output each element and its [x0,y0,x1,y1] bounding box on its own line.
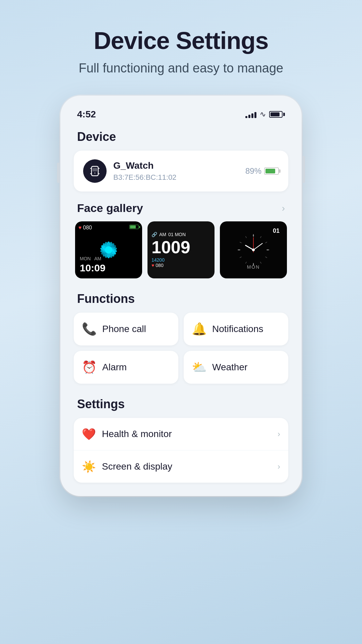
weather-icon: ⛅ [192,360,207,374]
notifications-icon: 🔔 [192,322,207,336]
signal-bar-1 [245,116,247,118]
watch-face-flower[interactable]: ♥ 080 [75,221,142,278]
wf2-inner: 🔗 AM 01 MON 10 09 14200 ♥ 080 [147,221,215,278]
screen-display-label: Screen & display [102,461,172,472]
alarm-icon: ⏰ [82,360,97,374]
svg-line-28 [246,236,247,238]
svg-line-22 [260,262,261,264]
battery-icon [269,111,285,118]
wf2-steps: 14200 [152,257,210,263]
wf1-heart-value: 080 [83,225,92,231]
device-section-title: Device [74,126,288,151]
face-gallery-chevron-icon: › [282,203,285,214]
battery-indicator [264,167,279,175]
settings-screen-left: ☀️ Screen & display [82,460,172,473]
signal-bar-4 [254,112,256,118]
wf1-heart-icon: ♥ [78,225,82,231]
weather-label: Weather [212,362,247,373]
wf1-top-left: ♥ 080 [78,225,92,231]
health-monitor-icon: ❤️ [82,427,96,441]
svg-line-33 [246,246,253,250]
device-battery: 89% [245,166,279,176]
wf1-battery-icon [129,225,139,229]
watch-faces-container: ♥ 080 [74,221,288,278]
notifications-label: Notifications [212,324,263,334]
phone-call-label: Phone call [102,324,146,334]
svg-point-2 [94,172,96,174]
wf1-battery-fill [130,225,136,228]
battery-fill [270,112,280,116]
svg-rect-1 [93,168,97,171]
wf2-minutes: 09 [171,238,190,256]
signal-bar-3 [251,113,253,118]
svg-point-31 [238,249,240,251]
settings-health-monitor[interactable]: ❤️ Health & monitor › [74,418,288,450]
battery-body [269,111,283,118]
health-monitor-label: Health & monitor [102,429,172,439]
face-gallery-title: Face gallery [77,202,143,215]
function-weather[interactable]: ⛅ Weather [184,351,288,384]
analog-clock-svg [235,231,272,268]
svg-point-16 [105,246,112,254]
svg-point-32 [267,249,268,251]
phone-call-icon: 📞 [82,322,97,336]
watch-face-analog[interactable]: 01 [220,221,287,278]
page-title: Device Settings [94,27,268,54]
svg-line-25 [240,257,241,258]
wf2-top: 🔗 AM 01 MON [152,232,210,237]
wf1-top-right [129,225,139,229]
device-name: G_Watch [113,160,176,171]
svg-line-18 [260,236,261,238]
settings-health-left: ❤️ Health & monitor [82,427,172,441]
wf3-day: MON [247,264,260,270]
watch-face-digital[interactable]: 🔗 AM 01 MON 10 09 14200 ♥ 080 [147,221,215,278]
svg-line-24 [246,262,247,264]
status-time: 4:52 [77,109,96,120]
device-details: G_Watch B3:7E:56:BC:11:02 [113,160,176,182]
device-avatar [83,159,107,183]
wf2-stats: 14200 ♥ 080 [152,257,210,268]
wf2-hours: 10 [152,238,171,256]
function-notifications[interactable]: 🔔 Notifications [184,313,288,345]
settings-section: ❤️ Health & monitor › ☀️ Screen & displa… [74,418,288,483]
functions-grid: 📞 Phone call 🔔 Notifications ⏰ Alarm ⛅ W… [74,313,288,384]
signal-bars-icon [245,111,256,118]
battery-tip [283,113,285,116]
settings-title: Settings [74,394,288,418]
screen-display-icon: ☀️ [82,460,96,473]
wf2-heart-value: 080 [156,263,163,268]
face-gallery-header[interactable]: Face gallery › [74,202,288,221]
wf1-day: MON AM [80,256,101,262]
wf2-ampm: AM [159,232,166,237]
wf2-date: 01 MON [168,232,186,237]
alarm-label: Alarm [102,362,127,373]
phone-frame: 4:52 ∿ Device [60,96,302,496]
status-bar: 4:52 ∿ [70,106,292,126]
functions-title: Functions [74,288,288,313]
wf1-time: 10:09 [80,262,106,274]
device-card[interactable]: G_Watch B3:7E:56:BC:11:02 89% [74,151,288,192]
function-alarm[interactable]: ⏰ Alarm [74,351,178,384]
health-monitor-chevron-icon: › [278,429,280,439]
device-info: G_Watch B3:7E:56:BC:11:02 [83,159,176,183]
status-icons: ∿ [245,110,285,119]
signal-bar-2 [248,115,250,118]
wf3-date: 01 [273,227,280,234]
svg-line-34 [253,244,262,250]
svg-line-21 [265,257,267,258]
wf1-inner: ♥ 080 [75,221,142,278]
device-mac: B3:7E:56:BC:11:02 [113,173,176,182]
screen-content: Device G_Watch B3:7E:5 [70,126,292,483]
svg-point-29 [253,235,254,236]
battery-green-fill [265,169,275,173]
wf2-time-container: 10 09 [152,238,210,257]
settings-screen-display[interactable]: ☀️ Screen & display › [74,450,288,483]
wf3-inner: 01 [220,221,287,278]
wifi-icon: ∿ [260,110,266,119]
battery-percentage: 89% [245,166,261,176]
wf2-heart: ♥ 080 [152,263,210,268]
page-subtitle: Full functioning and easy to manage [79,61,284,75]
watch-icon [89,165,101,177]
svg-line-19 [265,242,267,243]
function-phone-call[interactable]: 📞 Phone call [74,313,178,345]
